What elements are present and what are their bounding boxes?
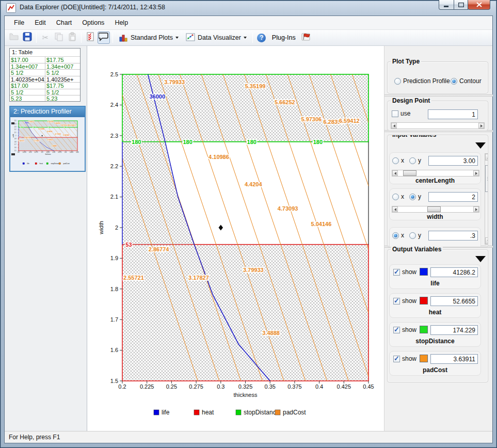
prediction-profile-radio[interactable]: Prediction Profile [394, 77, 450, 85]
input-value-field[interactable]: .3 [428, 231, 478, 241]
design-point-marker[interactable] [219, 225, 223, 231]
window-controls [439, 0, 490, 10]
plugins-button[interactable] [300, 31, 312, 44]
scroll-right-arrow[interactable] [478, 123, 484, 129]
y-axis-radio[interactable]: y [409, 157, 421, 164]
scroll-down-arrow[interactable] [485, 237, 488, 244]
table-cell: $17.75 [45, 83, 80, 89]
x-axis-radio[interactable]: x [392, 193, 404, 200]
output-color-swatch[interactable] [420, 326, 428, 333]
scroll-left-arrow[interactable] [392, 206, 398, 212]
scroll-right-arrow[interactable] [473, 206, 479, 212]
output-value-field: 174.229 [430, 325, 478, 335]
checklist-button[interactable] [84, 31, 97, 44]
collapse-output-variables-button[interactable] [475, 256, 486, 262]
scroll-left-arrow[interactable] [391, 123, 397, 129]
y-tick-label: 2.2 [14, 129, 17, 131]
show-output-checkbox[interactable]: show [393, 297, 416, 305]
scrollbar-thumb[interactable] [485, 165, 488, 192]
life-infeasible-region [19, 127, 36, 137]
legend-label: life [27, 163, 29, 165]
show-output-checkbox[interactable]: show [393, 355, 416, 362]
data-visualizer-button[interactable]: Data Visualizer [183, 31, 250, 45]
design-point-field[interactable]: 1 [428, 109, 478, 119]
menu-file[interactable]: File [9, 17, 29, 29]
y-tick-label: 2.1 [110, 194, 118, 200]
output-color-swatch[interactable] [420, 355, 428, 362]
plot-type-title: Plot Type [391, 58, 421, 65]
table-panel-title: 1: Table [10, 49, 80, 57]
scatter-plot-icon [186, 33, 195, 43]
output-color-swatch[interactable] [420, 297, 428, 305]
menu-options[interactable]: Options [77, 17, 109, 29]
contour-label: 4.73093 [278, 205, 298, 212]
status-text: For Help, press F1 [9, 434, 60, 441]
contour-chart-svg[interactable]: 18018018018053360003.799335.351995.66252… [88, 46, 384, 431]
main-content: 1: Table $17.00$17.751.34e+0071.34e+0075… [5, 46, 492, 431]
design-point-scrollbar[interactable] [391, 122, 485, 129]
close-button[interactable] [468, 0, 490, 10]
paste-button[interactable] [66, 31, 78, 44]
standard-plots-button[interactable]: Standard Plots [116, 31, 182, 45]
input-value-field[interactable]: 3.00 [428, 156, 478, 166]
input-variable-row: xy3.00centerLength [389, 152, 481, 184]
show-output-checkbox[interactable]: show [393, 268, 416, 276]
x-axis-radio[interactable]: x [392, 232, 404, 239]
variable-slider[interactable] [392, 206, 479, 213]
slider-thumb[interactable] [403, 170, 416, 176]
annotation-button[interactable] [98, 31, 110, 44]
output-color-swatch[interactable] [420, 268, 428, 276]
variable-slider[interactable] [392, 170, 479, 177]
output-variable-label: padCost [390, 366, 480, 374]
cut-button[interactable]: ✂ [39, 31, 52, 44]
x-tick-label: 0.25 [166, 383, 177, 390]
scroll-left-arrow[interactable] [392, 170, 398, 176]
contour-label: 3.4888 [262, 330, 280, 336]
menu-chart[interactable]: Chart [51, 17, 77, 29]
output-variable-label: life [390, 280, 480, 287]
contour-label: 6.59412 [339, 118, 360, 124]
scroll-right-arrow[interactable] [473, 170, 479, 176]
contour-label: 2.55721 [18, 140, 24, 142]
table-panel-thumbnail[interactable]: 1: Table $17.00$17.751.34e+0071.34e+0075… [9, 48, 81, 102]
radio-icon [409, 194, 416, 200]
scroll-up-arrow[interactable] [485, 154, 488, 161]
help-button[interactable]: ? [255, 31, 268, 44]
copy-button[interactable] [53, 31, 65, 44]
minimize-button[interactable] [439, 0, 454, 10]
contour-label: 2.86774 [24, 137, 30, 139]
settings-panel: Plot Type Prediction Profile Contour Des… [384, 46, 492, 431]
title-bar[interactable]: Data Explorer (DOE)[Untitled]: 7/14/2011… [0, 0, 497, 15]
design-point-marker[interactable] [41, 135, 42, 136]
show-output-checkbox[interactable]: show [393, 326, 416, 333]
output-value-field: 41286.2 [430, 267, 478, 277]
maximize-button[interactable] [454, 0, 468, 10]
legend-label: padCost [283, 409, 306, 416]
life-infeasible-region [122, 142, 194, 245]
slider-thumb[interactable] [427, 206, 441, 212]
output-value-field: 52.6655 [430, 296, 478, 306]
save-button[interactable] [21, 31, 34, 44]
input-variables-scrollbar[interactable] [485, 153, 488, 245]
input-variable-label: width [390, 213, 480, 220]
section-separator [384, 94, 493, 97]
contour-radio[interactable]: Contour [451, 77, 482, 85]
input-value-field[interactable]: 2 [428, 192, 478, 202]
legend-swatch-stopDistance [236, 410, 241, 415]
use-design-point-checkbox[interactable]: use [392, 110, 410, 117]
x-tick-label: 0.4 [315, 383, 323, 390]
profiler-panel-thumbnail[interactable]: 2: Prediction Profiler 18018018018053360… [9, 106, 86, 172]
open-button[interactable] [8, 31, 20, 44]
contour-label: 2.55721 [123, 275, 144, 281]
output-variable-row: show41286.2life [389, 264, 481, 289]
contour-label: 2.86774 [149, 246, 170, 252]
menu-help[interactable]: Help [109, 17, 133, 29]
menu-edit[interactable]: Edit [29, 17, 51, 29]
collapse-input-variables-button[interactable] [475, 142, 486, 149]
y-axis-radio[interactable]: y [409, 232, 421, 239]
profiler-panel-title: 2: Prediction Profiler [10, 107, 85, 117]
output-value-field: 3.63911 [430, 354, 478, 364]
y-axis-radio[interactable]: y [409, 193, 421, 200]
toolbar: ✂ Standard Plots Data V [5, 30, 492, 46]
x-axis-radio[interactable]: x [392, 157, 404, 164]
